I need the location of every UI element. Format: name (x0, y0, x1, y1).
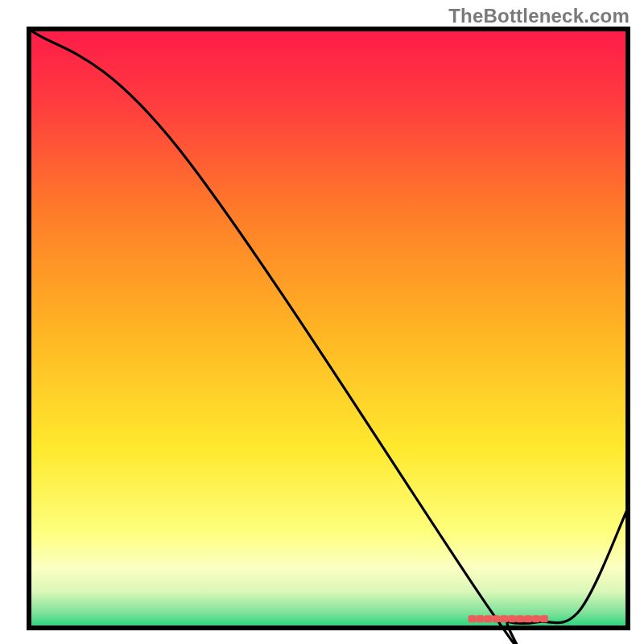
optimum-marker-dot (540, 615, 548, 622)
optimum-marker-dot (508, 615, 516, 622)
optimum-marker-dot (492, 615, 500, 622)
watermark-label: TheBottleneck.com (448, 5, 630, 27)
bottleneck-chart (0, 0, 644, 644)
optimum-marker-dot (476, 615, 484, 622)
optimum-marker-dot (532, 615, 540, 622)
optimum-marker-dot (524, 615, 532, 622)
optimum-marker-dot (500, 615, 508, 622)
chart-frame: TheBottleneck.com (0, 0, 644, 644)
plot-background (29, 29, 628, 628)
optimum-marker-dot (469, 615, 477, 622)
optimum-marker-dot (484, 615, 492, 622)
optimum-marker-dot (516, 615, 524, 622)
